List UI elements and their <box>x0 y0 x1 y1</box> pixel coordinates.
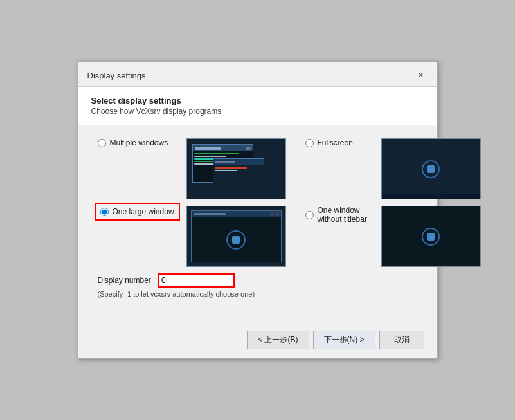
fullscreen-radio[interactable] <box>305 139 314 147</box>
content-section: Multiple windows <box>78 125 437 307</box>
fullscreen-preview <box>381 138 481 199</box>
option-fullscreen: Fullscreen <box>305 138 481 199</box>
multiple-windows-radio[interactable] <box>98 139 106 147</box>
fullscreen-label[interactable]: Fullscreen <box>305 138 353 147</box>
close-button[interactable]: × <box>414 68 428 82</box>
back-button[interactable]: < 上一步(B) <box>247 331 309 349</box>
option-one-window-no-titlebar: One window without titlebar <box>305 206 481 267</box>
dialog-title: Display settings <box>87 71 146 80</box>
header-section: Select display settings Choose how VcXsr… <box>78 86 437 125</box>
display-number-input[interactable] <box>158 273 235 288</box>
one-window-no-titlebar-preview <box>381 206 481 267</box>
display-number-label: Display number <box>98 276 151 285</box>
display-number-row: Display number <box>98 273 418 288</box>
header-subtitle: Choose how VcXsrv display programs <box>91 107 424 116</box>
one-large-window-radio[interactable] <box>100 208 109 216</box>
display-hint: (Specify -1 to let vcxsrv automatically … <box>98 290 418 298</box>
one-large-window-label[interactable]: One large window <box>98 206 177 217</box>
option-multiple-windows: Multiple windows <box>98 138 286 199</box>
cancel-button[interactable]: 取消 <box>379 331 424 349</box>
one-large-window-preview <box>186 206 286 267</box>
separator <box>78 316 437 316</box>
one-window-no-titlebar-radio[interactable] <box>305 211 314 219</box>
multiple-windows-preview <box>186 138 286 199</box>
header-title: Select display settings <box>91 96 424 105</box>
footer: < 上一步(B) 下一步(N) > 取消 <box>78 324 437 358</box>
one-window-no-titlebar-label[interactable]: One window without titlebar <box>305 206 376 224</box>
dialog: Display settings × Select display settin… <box>78 61 438 359</box>
option-one-large-window: One large window <box>98 206 286 267</box>
next-button[interactable]: 下一步(N) > <box>313 331 375 349</box>
title-bar: Display settings × <box>78 62 437 86</box>
multiple-windows-label[interactable]: Multiple windows <box>98 138 168 147</box>
options-grid: Multiple windows <box>98 138 418 267</box>
